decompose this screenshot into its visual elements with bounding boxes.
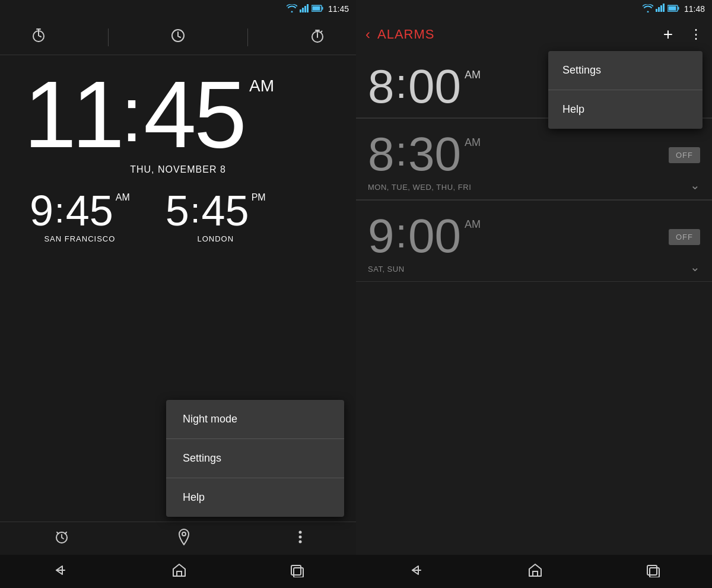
battery-icon bbox=[312, 4, 323, 14]
add-alarm-button[interactable]: + bbox=[663, 25, 673, 44]
svg-point-13 bbox=[299, 535, 302, 538]
alarm-time-3: 9 : 00 AM bbox=[368, 212, 481, 260]
left-status-time: 11:45 bbox=[328, 4, 349, 14]
alarm1-colon: : bbox=[396, 63, 407, 104]
timer-icon[interactable] bbox=[30, 27, 47, 47]
alarm3-days: SAT, SUN bbox=[368, 265, 405, 274]
svg-rect-3 bbox=[307, 4, 309, 12]
alarm2-colon: : bbox=[396, 131, 407, 172]
alarm2-days: MON, TUE, WED, THU, FRI bbox=[368, 183, 471, 192]
right-panel: 11:48 ‹ ALARMS + ⋮ 8 : 00 AM 8 bbox=[356, 0, 712, 588]
ctx-help[interactable]: Help bbox=[166, 478, 344, 517]
left-bottom-nav bbox=[0, 522, 356, 555]
alarm1-ampm: AM bbox=[465, 69, 481, 81]
alarm-time-1: 8 : 00 AM bbox=[368, 63, 481, 110]
right-battery-icon bbox=[668, 4, 679, 14]
more-bottom-icon[interactable] bbox=[298, 530, 302, 548]
alarm3-expand-icon[interactable]: ⌄ bbox=[690, 260, 700, 274]
alarm3-toggle[interactable]: OFF bbox=[669, 229, 700, 245]
top-nav bbox=[0, 18, 356, 55]
clock-icon[interactable] bbox=[170, 27, 186, 47]
alarm2-toggle[interactable]: OFF bbox=[669, 147, 700, 163]
alarm2-min: 30 bbox=[408, 131, 461, 178]
location-bottom-icon[interactable] bbox=[177, 529, 190, 549]
alarm2-hour: 8 bbox=[368, 131, 395, 178]
stopwatch-icon[interactable] bbox=[309, 27, 326, 47]
svg-rect-2 bbox=[304, 6, 306, 12]
recents-button[interactable] bbox=[290, 563, 304, 580]
alarm-item-2[interactable]: 8 : 30 AM OFF MON, TUE, WED, THU, FRI ⌄ bbox=[356, 118, 712, 200]
svg-rect-18 bbox=[656, 9, 657, 12]
alarm2-ampm: AM bbox=[465, 136, 481, 149]
nav-divider-2 bbox=[247, 28, 248, 46]
alarm1-min: 00 bbox=[408, 63, 461, 110]
svg-rect-26 bbox=[647, 565, 657, 575]
ctx-settings[interactable]: Settings bbox=[166, 439, 344, 478]
svg-rect-6 bbox=[312, 7, 320, 11]
svg-point-12 bbox=[299, 530, 302, 533]
alarm3-ampm: AM bbox=[465, 218, 481, 231]
svg-point-11 bbox=[182, 532, 186, 536]
svg-rect-19 bbox=[658, 7, 660, 12]
back-chevron-icon[interactable]: ‹ bbox=[365, 26, 370, 43]
right-nav-bar bbox=[356, 555, 712, 588]
right-wifi-icon bbox=[643, 4, 653, 14]
big-ampm: AM bbox=[249, 78, 274, 94]
svg-rect-27 bbox=[650, 568, 659, 577]
sf-min: 45 bbox=[66, 189, 113, 232]
right-home-button[interactable] bbox=[527, 563, 543, 580]
left-status-bar: 11:45 bbox=[0, 0, 356, 18]
right-status-bar: 11:48 bbox=[356, 0, 712, 18]
london-min: 45 bbox=[202, 189, 249, 232]
london-ampm: PM bbox=[252, 193, 266, 202]
right-back-button[interactable] bbox=[408, 564, 424, 579]
london-city: LONDON bbox=[166, 234, 266, 243]
more-options-button[interactable]: ⋮ bbox=[689, 27, 703, 42]
back-button[interactable] bbox=[52, 564, 68, 579]
big-colon: : bbox=[121, 76, 142, 153]
svg-rect-5 bbox=[322, 7, 323, 10]
svg-rect-23 bbox=[678, 7, 679, 10]
left-context-menu: Night mode Settings Help bbox=[166, 400, 344, 517]
right-signal-icon bbox=[656, 4, 665, 14]
svg-rect-25 bbox=[533, 571, 538, 576]
ctx-night-mode[interactable]: Night mode bbox=[166, 400, 344, 439]
svg-rect-15 bbox=[177, 571, 182, 576]
right-recents-button[interactable] bbox=[646, 563, 660, 580]
big-minute: 45 bbox=[144, 67, 244, 162]
svg-rect-17 bbox=[294, 568, 303, 577]
london-colon: : bbox=[190, 193, 201, 228]
alarm3-min: 00 bbox=[408, 212, 461, 260]
sf-city: SAN FRANCISCO bbox=[30, 234, 130, 243]
svg-rect-1 bbox=[302, 8, 304, 12]
ctx-right-help[interactable]: Help bbox=[548, 90, 703, 129]
world-clock-sf: 9 : 45 AM SAN FRANCISCO bbox=[30, 189, 130, 243]
right-app-bar: ‹ ALARMS + ⋮ bbox=[356, 18, 712, 51]
world-clock-london: 5 : 45 PM LONDON bbox=[166, 189, 266, 243]
big-time-display: 11 : 45 AM bbox=[24, 67, 332, 162]
alarm-bottom-icon[interactable] bbox=[54, 529, 69, 548]
home-button[interactable] bbox=[171, 563, 187, 580]
right-status-time: 11:48 bbox=[684, 4, 705, 14]
ctx-right-settings[interactable]: Settings bbox=[548, 51, 703, 90]
london-hour: 5 bbox=[166, 189, 189, 232]
signal-icon bbox=[300, 4, 309, 14]
left-nav-bar bbox=[0, 555, 356, 588]
wifi-icon bbox=[287, 4, 297, 14]
alarm1-hour: 8 bbox=[368, 63, 395, 110]
alarm-item-3[interactable]: 9 : 00 AM OFF SAT, SUN ⌄ bbox=[356, 200, 712, 282]
alarm2-expand-icon[interactable]: ⌄ bbox=[690, 178, 700, 192]
sf-ampm: AM bbox=[116, 193, 130, 202]
svg-rect-16 bbox=[291, 565, 301, 575]
alarm-time-2: 8 : 30 AM bbox=[368, 131, 481, 178]
left-panel: 11:45 11 : 45 AM THU, NOVEMBER 8 9 bbox=[0, 0, 356, 588]
sf-hour: 9 bbox=[30, 189, 53, 232]
svg-rect-0 bbox=[300, 9, 301, 12]
alarms-title: ALARMS bbox=[377, 27, 656, 42]
world-clocks: 9 : 45 AM SAN FRANCISCO 5 : 45 PM LONDON bbox=[24, 189, 332, 243]
alarm3-hour: 9 bbox=[368, 212, 395, 260]
big-hour: 11 bbox=[24, 67, 120, 162]
svg-point-14 bbox=[299, 540, 302, 543]
alarm3-colon: : bbox=[396, 212, 407, 254]
sf-colon: : bbox=[55, 193, 65, 228]
